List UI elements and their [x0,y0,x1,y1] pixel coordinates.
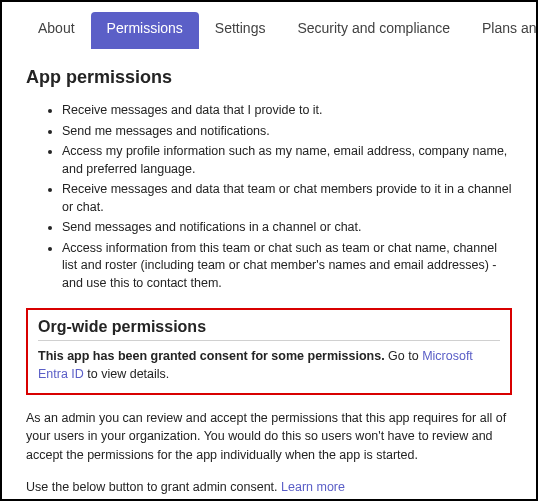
consent-message: This app has been granted consent for so… [38,347,500,383]
list-item: Access information from this team or cha… [62,240,512,293]
grant-note-text: Use the below button to grant admin cons… [26,480,281,494]
list-item: Receive messages and data that I provide… [62,102,512,120]
app-permissions-heading: App permissions [26,67,512,88]
admin-note: As an admin you can review and accept th… [26,409,512,463]
grant-consent-note: Use the below button to grant admin cons… [26,478,512,496]
app-window: About Permissions Settings Security and … [0,0,538,501]
org-wide-heading: Org-wide permissions [38,318,500,341]
tab-permissions[interactable]: Permissions [91,12,199,49]
org-wide-permissions-box: Org-wide permissions This app has been g… [26,308,512,395]
list-item: Send me messages and notifications. [62,123,512,141]
tab-about[interactable]: About [22,12,91,49]
consent-prefix: Go to [385,349,423,363]
consent-bold-text: This app has been granted consent for so… [38,349,385,363]
tab-security-compliance[interactable]: Security and compliance [281,12,466,49]
tab-bar: About Permissions Settings Security and … [2,2,536,49]
learn-more-link[interactable]: Learn more [281,480,345,494]
list-item: Send messages and notifications in a cha… [62,219,512,237]
tab-plans-pricing[interactable]: Plans and pricing [466,12,538,49]
tab-settings[interactable]: Settings [199,12,282,49]
app-permissions-list: Receive messages and data that I provide… [26,102,512,292]
list-item: Receive messages and data that team or c… [62,181,512,216]
content-area: App permissions Receive messages and dat… [2,49,536,501]
list-item: Access my profile information such as my… [62,143,512,178]
consent-suffix: to view details. [84,367,169,381]
